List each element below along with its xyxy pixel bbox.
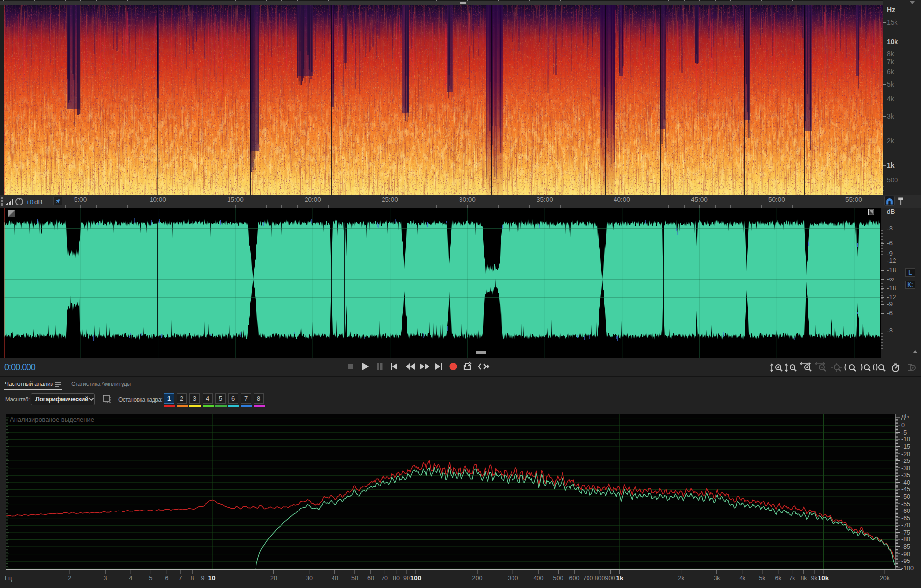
svg-text:30: 30 — [306, 575, 313, 582]
svg-text:-35: -35 — [901, 472, 910, 479]
svg-text:100: 100 — [410, 574, 422, 582]
svg-text:700: 700 — [583, 575, 593, 582]
svg-text:3k: 3k — [714, 575, 720, 582]
svg-text:5k: 5k — [759, 575, 766, 582]
svg-text:10: 10 — [208, 574, 215, 582]
svg-text:300: 300 — [508, 575, 518, 582]
svg-text:-40: -40 — [901, 479, 910, 486]
svg-text:8k: 8k — [800, 575, 807, 582]
svg-text:-10: -10 — [901, 436, 910, 443]
svg-text:-100: -100 — [901, 565, 914, 572]
svg-text:8: 8 — [191, 575, 194, 582]
svg-text:20k: 20k — [880, 575, 890, 582]
svg-text:4k: 4k — [739, 575, 746, 582]
svg-text:50: 50 — [351, 575, 358, 582]
svg-text:2k: 2k — [678, 575, 685, 582]
svg-text:-20: -20 — [901, 451, 910, 458]
svg-text:Анализированое выделение: Анализированое выделение — [10, 416, 94, 423]
svg-text:дБ: дБ — [901, 413, 909, 420]
svg-text:-15: -15 — [901, 443, 910, 450]
svg-text:60: 60 — [367, 575, 374, 582]
svg-text:-70: -70 — [901, 522, 910, 529]
svg-text:-25: -25 — [901, 458, 910, 464]
svg-text:5: 5 — [149, 575, 153, 582]
svg-text:500: 500 — [553, 575, 563, 582]
svg-text:7: 7 — [179, 575, 182, 582]
svg-text:-95: -95 — [901, 558, 910, 564]
svg-text:70: 70 — [381, 575, 388, 582]
svg-text:-30: -30 — [901, 465, 910, 472]
svg-text:9k: 9k — [811, 575, 818, 582]
svg-text:7k: 7k — [789, 575, 795, 582]
svg-text:-45: -45 — [901, 486, 910, 493]
svg-text:-55: -55 — [901, 501, 910, 508]
svg-text:10k: 10k — [818, 574, 829, 582]
svg-text:80: 80 — [393, 575, 400, 582]
svg-text:-90: -90 — [901, 551, 910, 558]
svg-text:40: 40 — [332, 575, 338, 582]
svg-text:90: 90 — [403, 575, 410, 582]
svg-text:3: 3 — [104, 575, 107, 582]
svg-text:400: 400 — [534, 575, 544, 582]
svg-text:9: 9 — [201, 575, 205, 582]
svg-text:Гц: Гц — [5, 574, 12, 582]
svg-text:-65: -65 — [901, 515, 910, 522]
svg-text:-50: -50 — [901, 493, 910, 500]
svg-text:600: 600 — [569, 575, 580, 582]
svg-text:6k: 6k — [775, 575, 782, 582]
svg-text:0: 0 — [901, 422, 905, 429]
svg-text:-75: -75 — [901, 529, 910, 536]
svg-text:-5: -5 — [901, 429, 907, 436]
svg-text:200: 200 — [472, 575, 483, 582]
svg-text:-80: -80 — [901, 536, 910, 543]
svg-text:4: 4 — [129, 575, 133, 582]
svg-text:2: 2 — [68, 575, 72, 582]
svg-text:800: 800 — [595, 575, 605, 582]
svg-text:1k: 1k — [616, 574, 624, 582]
svg-text:-85: -85 — [901, 543, 910, 550]
svg-text:20: 20 — [270, 575, 277, 582]
svg-text:-60: -60 — [901, 508, 910, 514]
svg-text:6: 6 — [165, 575, 169, 582]
svg-text:900: 900 — [605, 575, 615, 582]
